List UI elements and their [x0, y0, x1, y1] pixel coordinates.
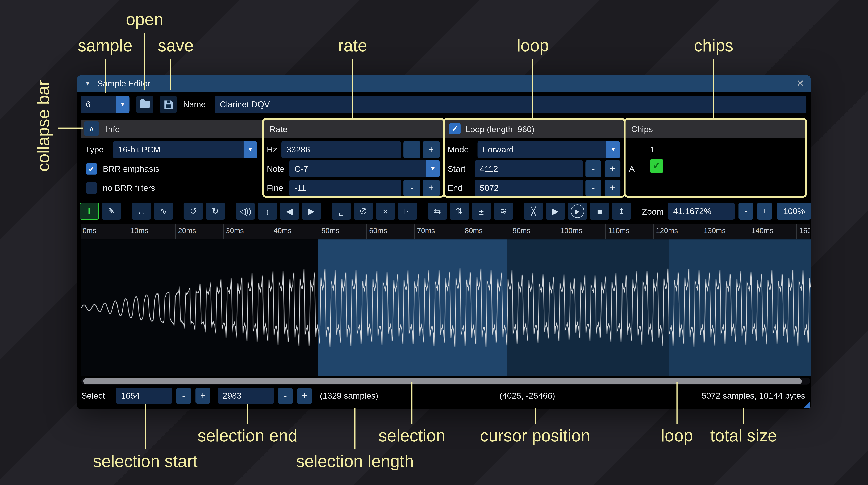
insert-silence-icon: ␣ — [339, 206, 344, 216]
chevron-down-icon: ▼ — [116, 96, 129, 113]
ruler-label: 110ms — [608, 226, 630, 235]
annotation-rate: rate — [338, 36, 367, 55]
annotation-save: save — [158, 36, 193, 55]
info-panel: ∧ Info Type 16-bit PCM ▼ ✓ BRR emphasis … — [81, 120, 262, 196]
chevron-down-icon: ▼ — [244, 141, 257, 158]
no-brr-filters-label: no BRR filters — [103, 180, 155, 197]
selection-end-decrement-button[interactable]: - — [278, 388, 293, 403]
timeline-ruler[interactable]: 0ms10ms20ms30ms40ms50ms60ms70ms80ms90ms1… — [82, 224, 810, 239]
insert-silence-button[interactable]: ␣ — [332, 203, 351, 220]
open-button[interactable] — [136, 96, 153, 113]
invert-icon: ⇅ — [456, 206, 463, 216]
selection-start-input[interactable]: 1654 — [116, 388, 173, 403]
title-bar[interactable]: ▼ Sample Editor ✕ — [77, 75, 811, 92]
undo-button[interactable]: ↺ — [184, 203, 203, 220]
ruler-label: 70ms — [417, 226, 435, 235]
preview-selection-button[interactable]: ▶ — [568, 203, 587, 220]
sign-method-icon: ± — [479, 206, 484, 216]
info-header[interactable]: ∧ Info — [81, 120, 262, 138]
ruler-label: 10ms — [130, 226, 148, 235]
no-brr-filters-checkbox[interactable] — [86, 182, 97, 194]
annotation-line-selection-end — [247, 405, 248, 424]
selection-end-input[interactable]: 2983 — [218, 388, 274, 403]
annotation-line-collapse-bar — [58, 128, 83, 129]
filter-button[interactable]: ≋ — [494, 203, 513, 220]
annotation-total-size: total size — [710, 426, 777, 446]
resample-button[interactable]: ∿ — [154, 203, 173, 220]
scrollbar-thumb[interactable] — [83, 378, 802, 384]
trim-button[interactable]: ⊡ — [398, 203, 417, 220]
type-select[interactable]: 16-bit PCM ▼ — [113, 141, 257, 158]
floppy-icon — [164, 100, 173, 109]
ruler-label: 90ms — [513, 226, 530, 235]
ruler-label: 150 — [799, 226, 810, 235]
ruler-label: 130ms — [704, 226, 726, 235]
ruler-label: 60ms — [369, 226, 387, 235]
resize-grip[interactable] — [804, 402, 810, 408]
reverse-button[interactable]: ⇆ — [428, 203, 447, 220]
type-label: Type — [85, 141, 104, 158]
annotation-line-selection — [411, 382, 413, 424]
trim-icon: ⊡ — [404, 206, 411, 216]
ruler-label: 40ms — [274, 226, 292, 235]
undo-icon: ↺ — [190, 206, 197, 216]
ruler-label: 120ms — [656, 226, 678, 235]
save-button[interactable] — [160, 96, 177, 113]
info-collapse-button[interactable]: ∧ — [84, 122, 99, 136]
type-value: 16-bit PCM — [118, 144, 160, 154]
annotation-line-loop-bottom — [676, 382, 678, 424]
redo-button[interactable]: ↻ — [206, 203, 225, 220]
annotation-line-rate — [352, 59, 353, 118]
selection-start-increment-button[interactable]: + — [195, 388, 210, 403]
annotation-chips: chips — [694, 36, 734, 55]
crossfade-loop-button[interactable]: ╳ — [524, 203, 543, 220]
invert-button[interactable]: ⇅ — [450, 203, 469, 220]
delete-button[interactable]: × — [376, 203, 395, 220]
rate-highlight-box — [262, 118, 444, 198]
fade-in-icon: ◀ — [286, 206, 293, 216]
toolbar-buttons: I✎↔∿↺↻◁))↕◀▶␣∅×⊡⇆⇅±≋╳▶▶■↥ — [80, 203, 634, 220]
select-mode-button[interactable]: I — [80, 203, 99, 220]
sample-number-value: 6 — [86, 99, 91, 109]
ruler-label: 50ms — [321, 226, 339, 235]
annotation-selection-length: selection length — [296, 452, 414, 471]
close-button[interactable]: ✕ — [797, 75, 804, 92]
zoom-out-button[interactable]: - — [739, 203, 753, 220]
window-collapse-icon[interactable]: ▼ — [85, 75, 90, 92]
waveform-canvas[interactable] — [82, 239, 811, 376]
loop-highlight-box — [443, 118, 625, 198]
annotation-selection-end: selection end — [197, 426, 298, 446]
preview-selection-icon: ▶ — [571, 204, 584, 218]
documentation-background: ▼ Sample Editor ✕ 6 ▼ Name Clarinet DQV … — [0, 0, 868, 485]
apply-silence-icon: ∅ — [360, 206, 367, 216]
toolbar: I✎↔∿↺↻◁))↕◀▶␣∅×⊡⇆⇅±≋╳▶▶■↥ Zoom 41.1672% … — [80, 201, 811, 221]
brr-emphasis-checkbox[interactable]: ✓ — [86, 163, 97, 174]
stop-preview-button[interactable]: ■ — [590, 203, 609, 220]
sign-method-button[interactable]: ± — [472, 203, 491, 220]
normalize-button[interactable]: ↕ — [258, 203, 277, 220]
annotation-selection-start: selection start — [93, 452, 197, 471]
fade-in-button[interactable]: ◀ — [280, 203, 299, 220]
waveform-scrollbar[interactable] — [82, 378, 810, 385]
redo-icon: ↻ — [212, 206, 219, 216]
annotation-line-sample — [104, 59, 106, 93]
name-input[interactable]: Clarinet DQV — [215, 96, 806, 113]
fade-out-button[interactable]: ▶ — [302, 203, 321, 220]
apply-silence-button[interactable]: ∅ — [354, 203, 373, 220]
make-instrument-button[interactable]: ↥ — [612, 203, 631, 220]
selection-start-decrement-button[interactable]: - — [176, 388, 191, 403]
total-size-text: 5072 samples, 10144 bytes — [702, 387, 805, 405]
zoom-label: Zoom — [642, 206, 664, 216]
selection-end-increment-button[interactable]: + — [297, 388, 312, 403]
resize-button[interactable]: ↔ — [132, 203, 151, 220]
sample-number-select[interactable]: 6 ▼ — [81, 96, 129, 113]
zoom-reset-button[interactable]: 100% — [777, 203, 811, 220]
preview-button[interactable]: ▶ — [546, 203, 565, 220]
annotation-line-cursor-position — [534, 408, 536, 424]
zoom-input[interactable]: 41.1672% — [668, 203, 735, 220]
name-label: Name — [183, 96, 206, 113]
amplify-button[interactable]: ◁)) — [236, 203, 255, 220]
ruler-label: 0ms — [83, 226, 96, 235]
zoom-in-button[interactable]: + — [757, 203, 772, 220]
draw-mode-button[interactable]: ✎ — [102, 203, 121, 220]
